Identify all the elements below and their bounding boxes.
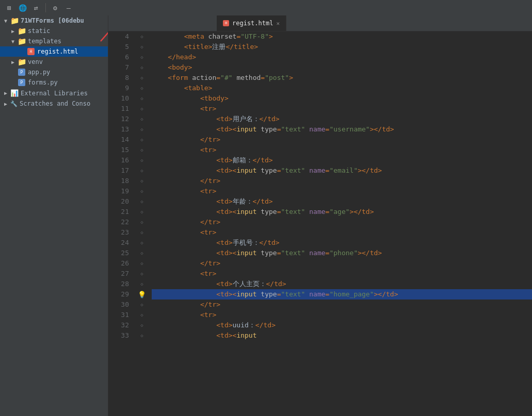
tab-bar: H regist.html ✕ [108,15,532,31]
tab-close-button[interactable]: ✕ [276,20,280,27]
gutter-8: ◇ [134,73,150,83]
code-line-4: <meta charset="UTF-8"> [152,31,532,42]
line-numbers: 4 5 6 7 8 9 10 11 12 13 14 15 16 17 18 1… [108,31,134,416]
gutter-31: ◇ [134,310,150,320]
tab-regist[interactable]: H regist.html ✕ [217,15,286,31]
expand-arrow-extlibs: ▶ [2,90,9,97]
py-file-icon-app: P [18,69,26,76]
line-num-12: 12 [108,114,129,124]
tree-item-static[interactable]: ▶ 📁 static [0,26,108,36]
gutter-26: ◇ [134,258,150,269]
line-num-16: 16 [108,155,129,165]
code-line-19: <tr> [152,186,532,196]
code-line-32: <td>uuid：</td> [152,320,532,330]
line-num-27: 27 [108,269,129,279]
gutter-6: ◇ [134,52,150,62]
expand-arrow-templates: ▼ [9,38,17,45]
line-num-15: 15 [108,145,129,155]
tree-label-extlibs: External Libraries [21,90,88,97]
folder-icon-venv: 📁 [18,58,26,65]
py-file-icon-forms: P [18,79,26,86]
line-num-8: 8 [108,73,129,83]
line-num-11: 11 [108,104,129,114]
tab-label: regist.html [232,20,273,27]
lightbulb-icon[interactable]: 💡 [138,291,146,298]
tree-item-templates[interactable]: ▼ 📁 templates [0,36,108,46]
code-line-33: <td><input [152,330,532,341]
gutter-22: ◇ [134,217,150,227]
tree-label-venv: venv [28,58,43,65]
code-line-31: <tr> [152,310,532,320]
line-num-18: 18 [108,176,129,186]
gutter-4: ◇ [134,31,150,42]
gutter-9: ◇ [134,83,150,93]
nav-icon[interactable]: 🌐 [18,3,28,13]
code-line-13: <td><input type="text" name="username"><… [152,124,532,135]
line-num-4: 4 [108,31,129,42]
code-line-27: <tr> [152,269,532,279]
settings-icon[interactable]: ⚙ [50,3,60,13]
expand-arrow-root: ▼ [2,17,9,24]
gutter-32: ◇ [134,320,150,330]
line-num-26: 26 [108,258,129,269]
code-line-23: <tr> [152,227,532,238]
code-line-20: <td>年龄：</td> [152,196,532,207]
tree-item-scratches[interactable]: ▶ 🔧 Scratches and Conso [0,98,108,109]
code-editor: 4 5 6 7 8 9 10 11 12 13 14 15 16 17 18 1… [108,31,532,416]
line-num-32: 32 [108,320,129,330]
gutter-12: ◇ [134,114,150,124]
code-line-8: <form action="#" method="post"> [152,73,532,83]
editor-gutter: ◇ ◇ ◇ ◇ ◇ ◇ ◇ ◇ ◇ ◇ ◇ ◇ ◇ ◇ ◇ ◇ ◇ ◇ ◇ ◇ [134,31,150,416]
line-num-28: 28 [108,279,129,289]
tree-label-app: app.py [28,69,50,76]
extlib-icon: 📊 [10,89,19,97]
tree-item-root[interactable]: ▼ 📁 71WTForms [06debu [0,15,108,26]
line-num-31: 31 [108,310,129,320]
gutter-14: ◇ [134,135,150,145]
code-line-22: </tr> [152,217,532,227]
tree-label-regist: regist.html [37,48,78,55]
tree-item-venv[interactable]: ▶ 📁 venv [0,57,108,67]
line-num-10: 10 [108,93,129,104]
line-num-33: 33 [108,330,129,341]
code-line-14: </tr> [152,135,532,145]
refresh-icon[interactable]: ⇄ [31,3,41,13]
code-content[interactable]: <meta charset="UTF-8"> <title>注册</title>… [150,31,532,416]
tree-item-extlibs[interactable]: ▶ 📊 External Libraries [0,88,108,98]
folder-icon-static: 📁 [18,27,26,35]
tree-item-forms[interactable]: P forms.py [0,77,108,88]
expand-arrow-static: ▶ [9,27,17,35]
gutter-25: ◇ [134,248,150,258]
title-bar-icons: ⊞ 🌐 ⇄ ⚙ — [4,3,74,13]
tree-item-app[interactable]: P app.py [0,67,108,77]
gutter-24: ◇ [134,238,150,248]
gutter-21: ◇ [134,207,150,217]
line-num-21: 21 [108,207,129,217]
tab-file-icon: H [223,20,229,26]
gutter-30: ◇ [134,299,150,310]
code-line-18: </tr> [152,176,532,186]
scratches-icon: 🔧 [10,101,18,107]
separator [45,3,46,12]
code-line-28: <td>个人主页：</td> [152,279,532,289]
line-num-14: 14 [108,135,129,145]
code-line-5: <title>注册</title> [152,42,532,52]
code-line-15: <tr> [152,145,532,155]
code-line-11: <tr> [152,104,532,114]
code-line-17: <td><input type="text" name="email"></td… [152,165,532,176]
code-line-12: <td>用户名：</td> [152,114,532,124]
gutter-19: ◇ [134,186,150,196]
gutter-20: ◇ [134,196,150,207]
code-line-25: <td><input type="text" name="phone"></td… [152,248,532,258]
gutter-13: ◇ [134,124,150,135]
line-num-29: 29 [108,289,129,299]
code-line-29: <td><input type="text" name="home_page">… [152,289,532,299]
gutter-10: ◇ [134,93,150,104]
line-num-13: 13 [108,124,129,135]
minimize-icon[interactable]: — [63,3,74,13]
gutter-11: ◇ [134,104,150,114]
title-bar: ⊞ 🌐 ⇄ ⚙ — [0,0,532,15]
tree-item-regist[interactable]: H regist.html [0,46,108,57]
gutter-7: ◇ [134,62,150,73]
gutter-17: ◇ [134,165,150,176]
